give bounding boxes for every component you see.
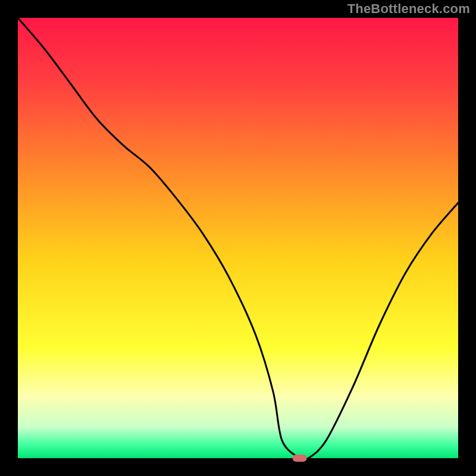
chart-frame: { "watermark": "TheBottleneck.com", "cha… <box>0 0 476 476</box>
watermark-text: TheBottleneck.com <box>347 1 470 17</box>
bottleneck-chart <box>0 0 476 476</box>
chart-background <box>18 18 458 458</box>
optimal-marker <box>293 455 307 462</box>
